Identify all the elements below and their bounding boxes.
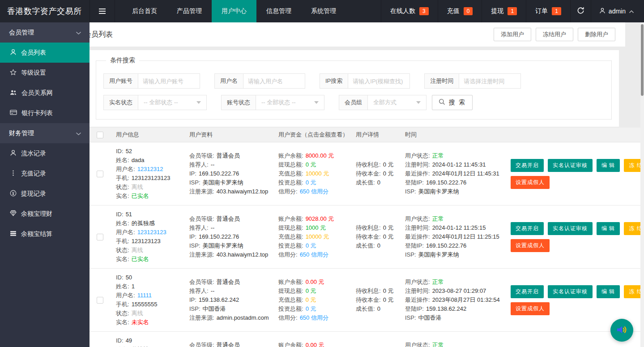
chevron-down-icon [76,29,81,36]
sidebar-item-recharge-records[interactable]: 充值记录 [0,163,90,184]
invest-total[interactable]: 0 元 [306,179,316,186]
menu-toggle-icon[interactable] [90,0,115,22]
set-fake-user-button[interactable]: 设置成假人 [511,176,550,189]
reg-time-input[interactable] [459,74,520,88]
edit-button[interactable]: 编 辑 [597,222,620,235]
sidebar-item-member-network[interactable]: 会员关系网 [0,83,90,103]
username-link[interactable]: 11111 [137,292,152,299]
field-label: 实名状态 [104,95,138,110]
scrollbar-thumb[interactable] [641,24,644,96]
nav-dashboard[interactable]: 后台首页 [122,0,167,22]
set-fake-user-button[interactable]: 设置成假人 [511,302,550,315]
refresh-button[interactable] [570,0,591,22]
cell-time: 用户状态:正常 注册时间:2024-01-12 11:25:15 最近操作:20… [401,214,506,259]
stat-label: 充值 [447,7,460,15]
user-account-input[interactable] [138,74,200,88]
user-icon [10,150,17,158]
edit-button[interactable]: 编 辑 [597,285,620,298]
nav-system[interactable]: 系统管理 [301,0,346,22]
login-ip: 159.138.62.242 [426,305,466,312]
username-input[interactable] [243,74,305,88]
username-link[interactable]: 12312312 [137,166,163,172]
trade-toggle-button[interactable]: 交易开启 [511,159,544,172]
announcement-button[interactable] [610,319,633,342]
caret-down-icon [314,101,319,104]
col-header-user-info: 用户信息 [111,131,186,139]
search-fieldset: 条件搜索 用户账号 用户名 IP搜索 注册时间 [96,56,612,120]
vertical-scrollbar[interactable] [640,22,644,347]
cell-user-info: ID:50 姓名:1 用户名:11111 手机:15555555 状态:离线 实… [111,273,186,327]
member-level: 普通会员 [217,342,240,347]
recharge-total[interactable]: 0 元 [306,296,316,303]
select-all-checkbox[interactable] [97,132,103,138]
sidebar-item-level-settings[interactable]: 等级设置 [0,63,90,83]
sidebar-group-finance-mgmt[interactable]: 财务管理 [0,123,90,143]
invest-total[interactable]: 0 元 [306,242,316,249]
set-fake-user-button[interactable]: 设置成假人 [511,239,550,252]
chevron-down-icon [76,130,81,137]
nav-info[interactable]: 信息管理 [256,0,301,22]
realname-review-button[interactable]: 实名认证审核 [548,222,593,235]
recharge-total[interactable]: 10000 元 [306,170,329,177]
search-row-2: 实名状态 -- 全部状态 -- 账号状态 -- 全部状态 -- 会员组 [103,95,604,110]
user-name: 的孤独感 [132,220,155,227]
credit-score[interactable]: 650 信用分 [300,188,328,195]
withdraw-count-badge: 1 [508,7,517,15]
account-balance[interactable]: 8000.00 元 [306,152,334,159]
sidebar-item-label: 提现记录 [21,190,46,198]
username-link[interactable]: 123123123 [137,229,166,236]
sidebar-item-yuebao-settlement[interactable]: 余额宝结算 [0,224,90,244]
user-isp: 美国南卡罗来纳 [203,242,243,249]
credit-score[interactable]: 650 信用分 [300,251,328,258]
withdraw-total[interactable]: 1000 元 [306,224,326,231]
withdraw-total[interactable]: 0 元 [306,161,316,168]
cell-time: 用户状态:正常 注册时间:2023-08-27 01:29:07 最近操作:20… [401,278,506,322]
row-checkbox[interactable] [97,171,103,177]
stat-online-users[interactable]: 在线人数 3 [381,0,438,22]
account-balance[interactable]: 9028.00 元 [306,215,334,222]
sidebar-item-member-list[interactable]: 会员列表 [0,43,90,63]
reg-time: 2024-01-12 11:25:15 [432,224,486,231]
realname-review-button[interactable]: 实名认证审核 [548,285,593,298]
online-status: 离线 [132,184,143,190]
field-member-group: 会员组 全部方式 [339,95,426,110]
sidebar-item-bank-cards[interactable]: 银行卡列表 [0,103,90,123]
cell-user-info: ID:49 姓名:黄桃桃 用户名: 手机: 状态: 实名: [111,336,186,347]
account-status-select[interactable]: -- 全部状态 -- [256,95,324,110]
admin-menu[interactable]: admin [591,0,644,22]
user-name: dada [132,157,145,163]
sidebar-item-label: 余额宝结算 [21,230,52,238]
field-label: 会员组 [339,95,368,110]
stat-recharge[interactable]: 充值 0 [438,0,482,22]
row-checkbox[interactable] [97,297,103,304]
sidebar-item-withdraw-records[interactable]: 提现记录 [0,184,90,204]
edit-button[interactable]: 编 辑 [597,159,620,172]
realname-status-select[interactable]: -- 全部状态 -- [138,95,206,110]
user-ip: 169.150.222.76 [199,233,239,240]
sidebar-item-flow-records[interactable]: 流水记录 [0,143,90,163]
recharge-total[interactable]: 10000 元 [306,233,329,240]
delete-user-button[interactable]: 删除用户 [578,28,615,41]
nav-user-center[interactable]: 用户中心 [212,0,256,22]
withdraw-total[interactable]: 0 元 [306,287,316,294]
sidebar-item-yuebao-finance[interactable]: 余额宝理财 [0,204,90,224]
invest-total[interactable]: 0 元 [306,305,316,312]
member-table-body: ID:52 姓名:dada 用户名:12312312 手机:1231231231… [90,142,644,347]
member-group-select[interactable]: 全部方式 [368,95,426,110]
referrer: -- [211,161,215,168]
nav-products[interactable]: 产品管理 [167,0,212,22]
credit-score[interactable]: 650 信用分 [300,314,328,321]
search-button[interactable]: 搜 索 [432,95,473,110]
account-balance[interactable]: 0.00 元 [306,278,324,285]
stat-orders[interactable]: 订单 1 [526,0,570,22]
account-balance[interactable]: 0.00 元 [306,342,324,347]
trade-toggle-button[interactable]: 交易开启 [511,222,544,235]
add-user-button[interactable]: 添加用户 [494,28,531,41]
row-checkbox[interactable] [97,234,103,240]
trade-toggle-button[interactable]: 交易开启 [511,285,544,298]
stat-withdraw[interactable]: 提现 1 [482,0,526,22]
realname-review-button[interactable]: 实名认证审核 [548,159,593,172]
ip-search-input[interactable] [348,74,409,88]
sidebar-group-member-mgmt[interactable]: 会员管理 [0,22,90,43]
freeze-user-button[interactable]: 冻结用户 [536,28,573,41]
